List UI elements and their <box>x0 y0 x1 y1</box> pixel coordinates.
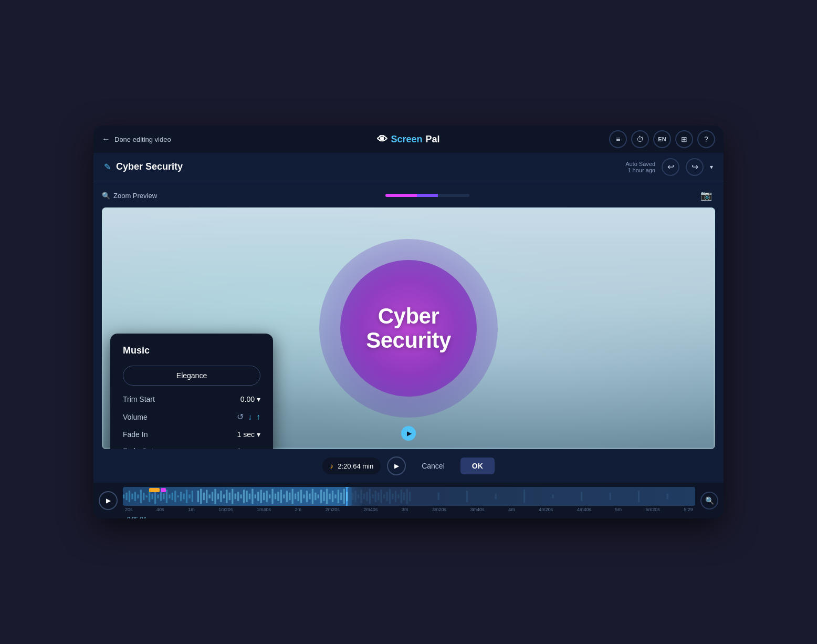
svg-rect-87 <box>375 491 376 502</box>
svg-rect-39 <box>235 494 236 500</box>
svg-rect-77 <box>343 489 345 504</box>
svg-rect-63 <box>303 494 305 498</box>
zoom-indicator <box>385 194 469 197</box>
nav-right: ≡ ⏱ EN ⊞ ? <box>609 130 715 148</box>
help-button[interactable]: ? <box>697 130 715 148</box>
svg-rect-49 <box>263 493 265 500</box>
music-note-icon: ♪ <box>330 462 333 470</box>
preview-play-icon: ▶ <box>394 462 399 470</box>
svg-rect-62 <box>300 490 302 503</box>
svg-rect-46 <box>255 494 256 498</box>
timeline-track[interactable]: 20s 40s 1m 1m20s 1m40s 2m 2m20s 2m40s 3m… <box>123 487 695 514</box>
svg-rect-85 <box>369 489 371 504</box>
time-mark-4m40s: 4m40s <box>577 507 591 512</box>
svg-rect-103 <box>523 490 525 503</box>
svg-rect-11 <box>152 494 153 500</box>
timeline-play-button[interactable]: ▶ <box>99 491 118 510</box>
redo-button[interactable]: ↪ <box>686 158 704 176</box>
logo-screen-text: Screen <box>391 134 422 145</box>
svg-rect-83 <box>363 494 365 500</box>
svg-rect-2 <box>125 493 127 500</box>
svg-rect-69 <box>320 490 322 503</box>
svg-rect-100 <box>438 493 439 500</box>
zoom-pink-bar <box>385 194 417 197</box>
volume-reset-icon[interactable]: ↺ <box>237 412 244 422</box>
logo-icon: 👁 <box>377 133 387 146</box>
svg-rect-66 <box>312 489 313 504</box>
svg-rect-105 <box>581 492 582 501</box>
time-mark-20s: 20s <box>125 507 133 512</box>
language-button[interactable]: EN <box>653 130 671 148</box>
svg-rect-74 <box>334 494 336 498</box>
zoom-label-text: Zoom Preview <box>113 192 157 200</box>
volume-controls: ↺ ↓ ↑ <box>237 412 260 422</box>
layers-button[interactable]: ⊞ <box>675 130 693 148</box>
fade-out-label: Fade Out <box>123 447 153 449</box>
svg-rect-45 <box>252 489 253 504</box>
track-select-button[interactable]: Elegance <box>123 366 260 386</box>
svg-rect-58 <box>289 493 290 500</box>
music-play-overlay[interactable]: ▶ <box>401 426 416 441</box>
svg-rect-50 <box>266 491 268 502</box>
svg-rect-16 <box>166 490 167 503</box>
svg-rect-13 <box>157 494 159 498</box>
history-button[interactable]: ⏱ <box>631 130 649 148</box>
svg-rect-23 <box>186 490 187 503</box>
menu-button[interactable]: ≡ <box>609 130 627 148</box>
timeline-search-button[interactable]: 🔍 <box>700 492 718 510</box>
svg-rect-65 <box>309 494 310 500</box>
time-mark-4m20s: 4m20s <box>539 507 553 512</box>
back-button[interactable]: ← Done editing video <box>102 134 171 144</box>
svg-rect-79 <box>352 493 353 500</box>
undo-button[interactable]: ↩ <box>662 158 679 176</box>
title-right: Auto Saved 1 hour ago ↩ ↪ ▾ <box>625 158 713 176</box>
trim-start-dropdown[interactable]: ▾ <box>257 395 260 403</box>
svg-rect-3 <box>129 491 130 502</box>
svg-rect-75 <box>338 490 339 503</box>
volume-down-icon[interactable]: ↓ <box>248 412 252 422</box>
svg-rect-70 <box>323 492 325 501</box>
fade-out-dropdown[interactable]: ▾ <box>257 447 260 449</box>
redo-dropdown[interactable]: ▾ <box>710 163 713 171</box>
preview-play-button[interactable]: ▶ <box>387 456 406 475</box>
fade-in-row: Fade In 1 sec ▾ <box>123 430 260 439</box>
screenshot-button[interactable]: 📷 <box>697 186 715 204</box>
history-icon: ⏱ <box>636 135 644 143</box>
timeline-waveform[interactable] <box>123 487 695 506</box>
fade-in-dropdown[interactable]: ▾ <box>257 430 260 439</box>
svg-rect-82 <box>360 490 362 503</box>
svg-rect-61 <box>297 492 299 501</box>
back-arrow-icon: ← <box>102 134 110 144</box>
music-panel-title: Music <box>123 345 260 356</box>
svg-rect-8 <box>143 493 144 500</box>
svg-rect-64 <box>306 491 308 502</box>
fade-out-number: 1 sec <box>237 447 255 449</box>
trim-start-row: Trim Start 0.00 ▾ <box>123 395 260 403</box>
svg-rect-21 <box>180 492 182 501</box>
svg-rect-71 <box>326 489 328 504</box>
svg-rect-22 <box>183 494 184 500</box>
ok-button[interactable]: OK <box>460 458 495 474</box>
circle-inner: Cyber Security <box>340 260 477 397</box>
pink-indicator <box>161 488 166 492</box>
back-label: Done editing video <box>114 136 171 143</box>
svg-rect-37 <box>229 493 231 500</box>
svg-rect-73 <box>332 491 333 502</box>
help-icon: ? <box>704 135 708 143</box>
svg-rect-94 <box>395 491 396 502</box>
svg-rect-55 <box>280 490 282 503</box>
svg-rect-34 <box>220 491 222 502</box>
title-bar: ✎ Cyber Security Auto Saved 1 hour ago ↩… <box>93 153 724 181</box>
svg-rect-53 <box>275 494 276 500</box>
svg-rect-86 <box>372 494 373 498</box>
svg-rect-47 <box>257 492 259 501</box>
svg-rect-90 <box>383 494 385 498</box>
time-ruler: 20s 40s 1m 1m20s 1m40s 2m 2m20s 2m40s 3m… <box>123 506 695 512</box>
svg-rect-6 <box>137 494 139 498</box>
svg-rect-10 <box>149 491 150 502</box>
svg-rect-59 <box>292 489 294 504</box>
svg-rect-18 <box>172 493 173 500</box>
volume-up-icon[interactable]: ↑ <box>256 412 260 422</box>
cancel-button[interactable]: Cancel <box>412 458 454 474</box>
yellow-indicator <box>149 488 160 492</box>
